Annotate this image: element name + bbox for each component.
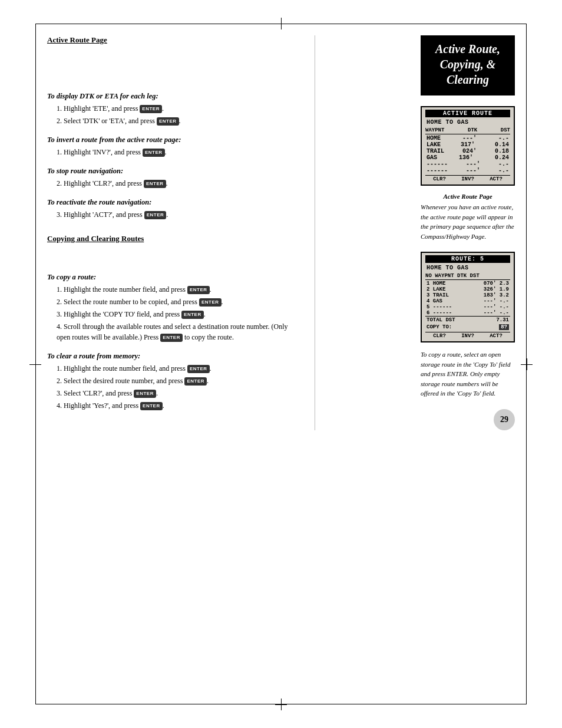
caption1-heading: Active Route Page	[421, 193, 515, 200]
copy-step-4: 4. Scroll through the available routes a…	[57, 321, 289, 342]
screen2-header: NO WAYPNT DTK DST	[425, 273, 510, 280]
screen1-col2: DTK	[468, 127, 477, 133]
screen1-inv: INV?	[461, 176, 474, 182]
reactivate-heading: To reactivate the route navigation:	[47, 198, 289, 207]
enter-badge-13: ENTER	[140, 402, 163, 410]
enter-badge-8: ENTER	[181, 311, 204, 319]
enter-badge-12: ENTER	[134, 390, 156, 398]
step-act: 3. Highlight 'ACT?', and press ENTER.	[57, 209, 289, 220]
enter-badge-2: ENTER	[157, 117, 179, 126]
screen1-row-2: LAKE317'0.14	[425, 141, 510, 148]
screen1-row-5: ---------'-.-	[425, 161, 510, 167]
dtk-eta-heading: To display DTK or ETA for each leg:	[47, 92, 289, 101]
active-route-page-heading: Active Route Page	[47, 35, 289, 45]
screen2-row-6: 6 ---------' -.-	[425, 310, 510, 316]
clear-route-heading: To clear a route from memory:	[47, 352, 289, 361]
screen1-header: WAYPNT DTK DST	[425, 127, 510, 134]
screen1-row-4: GAS136'0.24	[425, 154, 510, 161]
screen1-clr: CLR?	[433, 176, 446, 182]
enter-badge-3: ENTER	[143, 149, 165, 157]
left-column: Active Route Page To display DTK or ETA …	[47, 35, 300, 430]
screen1-col1: WAYPNT	[425, 127, 444, 133]
step-ete: 1. Highlight 'ETE', and press ENTER.	[57, 103, 289, 114]
screen2-subtitle: HOME TO GAS	[425, 264, 510, 272]
enter-badge-4: ENTER	[144, 180, 166, 188]
copy-step-1: 1. Highlight the route number field, and…	[57, 284, 289, 295]
step-inv: 1. Highlight 'INV?', and press ENTER.	[57, 147, 289, 157]
copy-step-2: 2. Select the route number to be copied,…	[57, 297, 289, 307]
enter-badge-7: ENTER	[199, 298, 222, 307]
screen1-subtitle: HOME TO GAS	[425, 118, 510, 126]
gps-screen-2: ROUTE: 5 HOME TO GAS NO WAYPNT DTK DST 1…	[421, 252, 515, 342]
gps-screen-1: ACTIVE ROUTE HOME TO GAS WAYPNT DTK DST …	[421, 106, 515, 186]
enter-badge: ENTER	[140, 105, 162, 113]
screen2-footer: CLR? INV? ACT?	[425, 332, 510, 339]
right-column: Active Route, Copying, & Clearing ACTIVE…	[329, 35, 515, 430]
copy-route-heading: To copy a route:	[47, 273, 289, 282]
column-divider	[315, 35, 315, 430]
copying-clearing-heading: Copying and Clearing Routes	[47, 234, 289, 243]
enter-badge-11: ENTER	[184, 377, 207, 386]
screen2-row-3: 3 TRAIL183' 3.2	[425, 292, 510, 298]
screen2-inv: INV?	[461, 333, 474, 339]
caption1-block: Active Route Page Whenever you have an a…	[421, 193, 515, 241]
stop-heading: To stop route navigation:	[47, 167, 289, 176]
clear-step-1: 1. Highlight the route number field, and…	[57, 363, 289, 374]
crosshair-top	[275, 18, 287, 29]
enter-badge-5: ENTER	[144, 211, 167, 219]
clear-step-4: 4. Highlight 'Yes?', and press ENTER.	[57, 400, 289, 411]
copy-step-3: 3. Highlight the 'COPY TO' field, and pr…	[57, 309, 289, 319]
title-block: Active Route, Copying, & Clearing	[421, 35, 515, 95]
crosshair-bottom	[275, 699, 287, 710]
caption2-text: To copy a route, select an open storage …	[421, 350, 515, 398]
invert-heading: To invert a route from the active route …	[47, 136, 289, 144]
screen1-row-6: ---------'-.-	[425, 167, 510, 174]
screen1-footer: CLR? INV? ACT?	[425, 175, 510, 182]
page-number: 29	[494, 409, 515, 430]
screen1-act: ACT?	[490, 176, 503, 182]
screen2-clr: CLR?	[433, 333, 446, 339]
screen2-row-4: 4 GAS---' -.-	[425, 298, 510, 304]
enter-badge-6: ENTER	[187, 286, 210, 294]
enter-badge-9: ENTER	[160, 334, 183, 342]
screen2-copy-to: COPY TO: 8?	[425, 324, 510, 331]
screen1-row-3: TRAIL024'0.18	[425, 148, 510, 154]
screen2-row-2: 2 LAKE326' 1.9	[425, 286, 510, 292]
screen2-act: ACT?	[490, 333, 503, 339]
step-clr: 2. Highlight 'CLR?', and press ENTER.	[57, 178, 289, 189]
screen2-total: TOTAL DST7.31	[425, 316, 510, 324]
screen2-row-1: 1 HOME070' 2.3	[425, 281, 510, 286]
screen2-title: ROUTE: 5	[425, 255, 510, 263]
crosshair-left	[29, 358, 41, 370]
screen1-row-1: HOME---'-.-	[425, 135, 510, 141]
caption1-text: Whenever you have an active route, the a…	[421, 202, 515, 241]
clear-step-2: 2. Select the desired route number, and …	[57, 375, 289, 386]
step-dtk-eta: 2. Select 'DTK' or 'ETA', and press ENTE…	[57, 116, 289, 126]
screen2-row-5: 5 ---------' -.-	[425, 304, 510, 310]
enter-badge-10: ENTER	[187, 365, 210, 373]
crosshair-right	[521, 358, 533, 370]
screen1-col3: DST	[501, 127, 510, 133]
clear-step-3: 3. Select 'CLR?', and press ENTER.	[57, 388, 289, 398]
screen1-title: ACTIVE ROUTE	[425, 110, 510, 117]
